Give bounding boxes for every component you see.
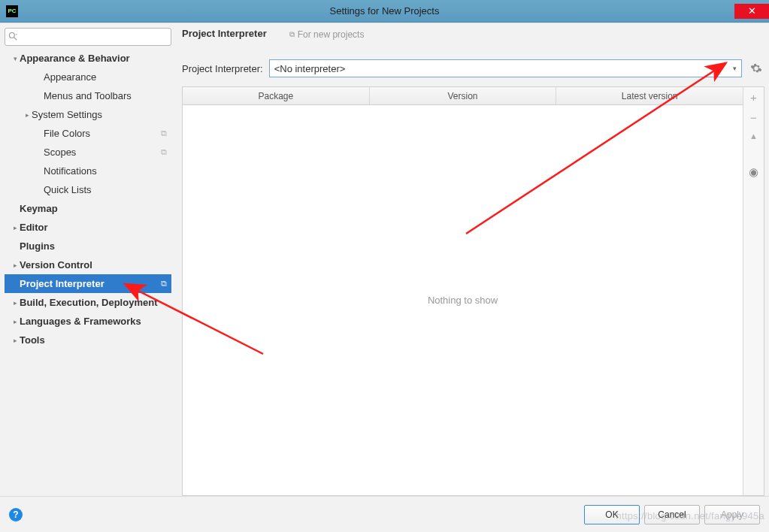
window-title: Settings for New Projects bbox=[0, 5, 769, 17]
close-icon: ✕ bbox=[748, 6, 756, 16]
main-panel: Project Interpreter ⧉ For new projects P… bbox=[171, 28, 764, 496]
svg-line-1 bbox=[14, 38, 17, 40]
chevron-down-icon: ▾ bbox=[733, 65, 737, 72]
tree-item-label: Scopes bbox=[44, 147, 158, 158]
interpreter-select[interactable]: <No interpreter> ▾ bbox=[269, 59, 742, 77]
copy-icon: ⧉ bbox=[289, 30, 295, 39]
table-header: Package Version Latest version bbox=[183, 87, 743, 105]
interpreter-row: Project Interpreter: <No interpreter> ▾ bbox=[182, 59, 764, 77]
content-area: ▾Appearance & BehaviorAppearanceMenus an… bbox=[0, 23, 769, 496]
tree-item-build-execution-deployment[interactable]: ▸Build, Execution, Deployment bbox=[5, 293, 171, 312]
tree-item-label: Keymap bbox=[20, 203, 167, 214]
chevron-right-icon: ▸ bbox=[11, 261, 20, 269]
empty-text: Nothing to show bbox=[428, 295, 498, 306]
tree-item-label: Editor bbox=[20, 222, 167, 233]
search-wrap bbox=[5, 28, 171, 46]
project-scope-icon: ⧉ bbox=[161, 279, 167, 289]
table-body: Nothing to show bbox=[183, 105, 743, 495]
interpreter-value: <No interpreter> bbox=[274, 63, 346, 74]
chevron-right-icon: ▸ bbox=[23, 111, 32, 119]
col-package[interactable]: Package bbox=[183, 87, 370, 104]
project-scope-icon: ⧉ bbox=[161, 147, 167, 157]
col-latest[interactable]: Latest version bbox=[556, 87, 743, 104]
tree-item-editor[interactable]: ▸Editor bbox=[5, 218, 171, 237]
tree-item-menus-and-toolbars[interactable]: Menus and Toolbars bbox=[5, 86, 171, 105]
tree-item-file-colors[interactable]: File Colors⧉ bbox=[5, 124, 171, 143]
show-early-button[interactable]: ◉ bbox=[749, 166, 758, 177]
cancel-button[interactable]: Cancel bbox=[644, 505, 700, 524]
tree-item-label: Tools bbox=[20, 334, 167, 346]
search-icon bbox=[8, 32, 17, 43]
search-input[interactable] bbox=[5, 28, 171, 46]
upgrade-package-button[interactable]: ▲ bbox=[749, 132, 758, 141]
add-package-button[interactable]: + bbox=[750, 92, 757, 103]
project-scope-icon: ⧉ bbox=[161, 128, 167, 138]
tree-item-label: Plugins bbox=[20, 240, 167, 252]
tree-item-keymap[interactable]: Keymap bbox=[5, 199, 171, 218]
chevron-right-icon: ▸ bbox=[11, 299, 20, 307]
apply-button[interactable]: Apply bbox=[704, 505, 760, 524]
main-header: Project Interpreter ⧉ For new projects bbox=[182, 28, 764, 49]
packages-table: Package Version Latest version Nothing t… bbox=[183, 87, 743, 495]
chevron-right-icon: ▸ bbox=[11, 224, 20, 231]
tree-item-scopes[interactable]: Scopes⧉ bbox=[5, 143, 171, 162]
sidebar: ▾Appearance & BehaviorAppearanceMenus an… bbox=[5, 28, 171, 496]
ok-button[interactable]: OK bbox=[584, 505, 640, 524]
tree-item-version-control[interactable]: ▸Version Control bbox=[5, 255, 171, 274]
tree-item-languages-frameworks[interactable]: ▸Languages & Frameworks bbox=[5, 312, 171, 331]
tree-item-project-interpreter[interactable]: Project Interpreter⧉ bbox=[5, 274, 171, 293]
tree-item-plugins[interactable]: Plugins bbox=[5, 237, 171, 255]
titlebar: PC Settings for New Projects ✕ bbox=[0, 0, 769, 23]
chevron-right-icon: ▸ bbox=[11, 318, 20, 325]
tree-item-label: Version Control bbox=[20, 259, 167, 271]
help-button[interactable]: ? bbox=[9, 508, 23, 521]
tree-item-label: Languages & Frameworks bbox=[20, 316, 167, 327]
page-title: Project Interpreter bbox=[182, 28, 267, 39]
tree-item-tools[interactable]: ▸Tools bbox=[5, 331, 171, 349]
interpreter-label: Project Interpreter: bbox=[182, 63, 263, 74]
svg-point-0 bbox=[10, 33, 15, 38]
interpreter-gear-button[interactable] bbox=[748, 60, 764, 77]
tree-item-label: File Colors bbox=[44, 128, 158, 139]
gear-icon bbox=[750, 62, 762, 74]
chevron-right-icon: ▸ bbox=[11, 337, 20, 344]
tree-item-label: Notifications bbox=[44, 165, 167, 177]
tree-item-label: Appearance & Behavior bbox=[20, 53, 167, 64]
window-close-button[interactable]: ✕ bbox=[734, 4, 769, 19]
chevron-down-icon: ▾ bbox=[11, 55, 20, 62]
app-icon: PC bbox=[6, 5, 18, 17]
dialog-footer: ? OK Cancel Apply bbox=[0, 496, 769, 532]
col-version[interactable]: Version bbox=[370, 87, 557, 104]
subtitle-text: For new projects bbox=[298, 29, 365, 40]
tree-item-notifications[interactable]: Notifications bbox=[5, 162, 171, 180]
packages-table-area: Package Version Latest version Nothing t… bbox=[182, 86, 764, 496]
tree-item-quick-lists[interactable]: Quick Lists bbox=[5, 180, 171, 199]
tree-item-system-settings[interactable]: ▸System Settings bbox=[5, 105, 171, 124]
table-side-tools: + − ▲ ◉ bbox=[743, 87, 764, 495]
tree-item-label: Menus and Toolbars bbox=[44, 90, 167, 101]
page-subtitle: ⧉ For new projects bbox=[289, 29, 365, 40]
remove-package-button[interactable]: − bbox=[750, 112, 757, 123]
tree-item-label: Appearance bbox=[44, 71, 167, 83]
tree-item-label: System Settings bbox=[32, 109, 167, 120]
tree-item-appearance[interactable]: Appearance bbox=[5, 68, 171, 86]
settings-tree[interactable]: ▾Appearance & BehaviorAppearanceMenus an… bbox=[5, 49, 171, 496]
tree-item-label: Project Interpreter bbox=[20, 278, 158, 289]
tree-item-label: Quick Lists bbox=[44, 184, 167, 195]
tree-item-label: Build, Execution, Deployment bbox=[20, 297, 167, 308]
tree-item-appearance-behavior[interactable]: ▾Appearance & Behavior bbox=[5, 49, 171, 68]
